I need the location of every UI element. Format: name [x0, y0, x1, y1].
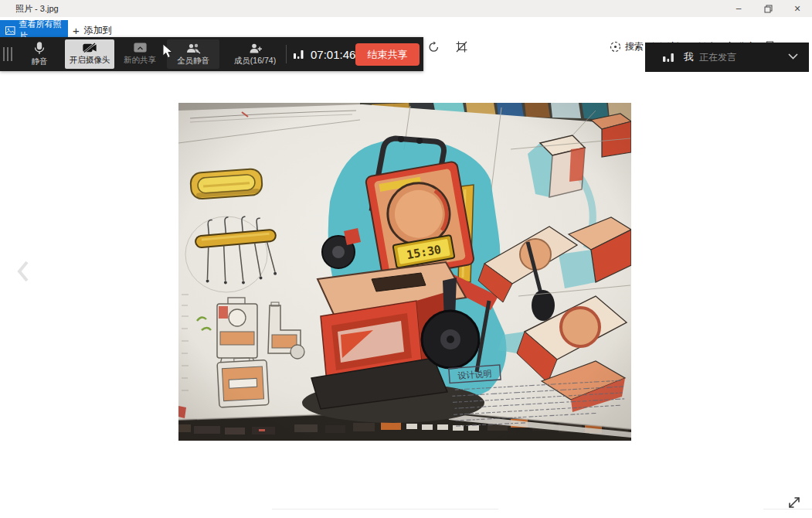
- sketch-photo: 15:30: [178, 103, 631, 441]
- people-mute-icon: [186, 43, 201, 54]
- previous-photo-button[interactable]: [17, 261, 29, 285]
- close-button[interactable]: ×: [783, 0, 812, 17]
- mute-button[interactable]: 静音: [17, 39, 62, 69]
- mute-all-label: 全员静音: [177, 56, 209, 66]
- crop-button[interactable]: [454, 39, 468, 53]
- add-to-label: 添加到: [84, 24, 112, 37]
- speaker-panel[interactable]: 我 正在发言: [645, 43, 809, 72]
- fullscreen-resize-button[interactable]: [787, 495, 802, 513]
- members-button[interactable]: 成员(16/74): [226, 39, 284, 69]
- diagonal-resize-icon: [787, 495, 802, 510]
- restore-icon: [764, 5, 773, 13]
- mute-all-button[interactable]: 全员静音: [167, 39, 219, 69]
- toolbar-divider: [286, 45, 287, 63]
- share-screen-icon: [134, 43, 147, 53]
- members-label: 成员(16/74): [234, 56, 276, 66]
- photo-viewer-image[interactable]: 15:30: [178, 103, 631, 441]
- speaker-status-label: 正在发言: [699, 51, 736, 64]
- chevron-left-icon: [17, 261, 29, 282]
- end-share-button[interactable]: 结束共享: [355, 43, 420, 66]
- microphone-icon: [34, 42, 45, 55]
- signal-bars-icon: [293, 48, 305, 60]
- window-titlebar: 照片 - 3.jpg – ×: [0, 0, 812, 17]
- camera-on-button[interactable]: 开启摄像头: [65, 39, 114, 69]
- minimize-button[interactable]: –: [724, 0, 753, 17]
- new-share-label: 新的共享: [124, 55, 156, 66]
- crop-icon: [456, 41, 467, 53]
- rotate-icon: [428, 41, 440, 53]
- minimize-icon: –: [736, 3, 742, 14]
- search-target-icon: [610, 41, 621, 53]
- close-icon: ×: [794, 2, 800, 15]
- drag-handle-icon[interactable]: [3, 47, 12, 61]
- filmstrip-edge: [272, 509, 498, 509]
- meeting-timer: 07:01:46: [293, 37, 355, 71]
- window-controls: – ×: [724, 0, 812, 17]
- meeting-toolbar: 静音 开启摄像头 新的共享 全员静音 成员(16/74) 07:01:46 结束…: [0, 37, 423, 71]
- window-title: 照片 - 3.jpg: [15, 3, 59, 15]
- mouse-cursor: [162, 43, 175, 63]
- search-label: 搜索: [625, 40, 644, 53]
- new-share-button[interactable]: 新的共享: [116, 39, 164, 69]
- chevron-down-icon[interactable]: [788, 53, 798, 60]
- speaking-bars-icon: [662, 51, 676, 64]
- restore-button[interactable]: [753, 0, 783, 17]
- plus-icon: +: [73, 24, 80, 37]
- person-add-icon: [249, 43, 262, 54]
- speaker-me-label: 我: [684, 50, 694, 64]
- camera-off-icon: [83, 43, 97, 53]
- picture-icon: [5, 26, 15, 35]
- rotate-button[interactable]: [426, 39, 440, 53]
- mute-label: 静音: [32, 56, 48, 67]
- timer-value: 07:01:46: [311, 48, 355, 61]
- camera-on-label: 开启摄像头: [70, 55, 110, 66]
- search-button[interactable]: 搜索: [610, 38, 644, 55]
